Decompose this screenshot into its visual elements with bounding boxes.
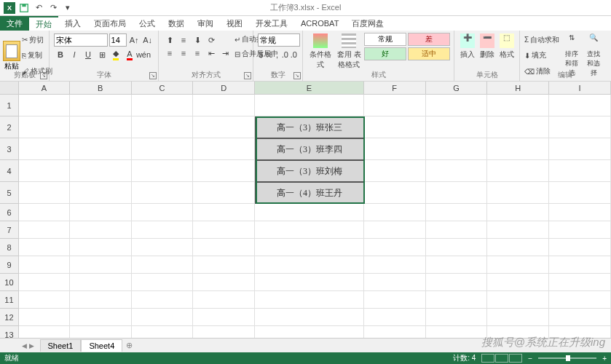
- cell-C2[interactable]: [132, 116, 194, 138]
- cell-C4[interactable]: [132, 160, 194, 182]
- style-good[interactable]: 好: [364, 47, 406, 60]
- align-left-icon[interactable]: ≡: [163, 47, 176, 60]
- cell-H8[interactable]: [487, 239, 549, 256]
- currency-icon[interactable]: $: [258, 48, 264, 61]
- cell-I4[interactable]: [549, 160, 611, 182]
- cell-H4[interactable]: [487, 160, 549, 182]
- cell-B11[interactable]: [70, 291, 132, 309]
- undo-icon[interactable]: ↶: [32, 1, 45, 15]
- cell-G11[interactable]: [426, 291, 488, 309]
- cell-A4[interactable]: [19, 160, 70, 182]
- tab-acrobat[interactable]: ACROBAT: [294, 16, 345, 31]
- cell-D4[interactable]: [193, 160, 255, 182]
- row-header-5[interactable]: 5: [0, 182, 19, 204]
- cell-G6[interactable]: [426, 204, 488, 221]
- cell-D7[interactable]: [193, 221, 255, 239]
- cell-E11[interactable]: [255, 291, 364, 309]
- percent-icon[interactable]: %: [264, 48, 273, 61]
- number-launcher[interactable]: ↘: [293, 72, 301, 79]
- cell-C1[interactable]: [132, 95, 194, 116]
- cell-I10[interactable]: [549, 274, 611, 291]
- cell-C7[interactable]: [132, 221, 194, 239]
- tab-data[interactable]: 数据: [162, 16, 191, 31]
- spreadsheet-grid[interactable]: ABCDEFGHI12高一（3）班张三3高一（3）班李四4高一（3）班刘梅5高一…: [0, 82, 611, 344]
- tab-review[interactable]: 审阅: [191, 16, 220, 31]
- cell-E9[interactable]: [255, 256, 364, 274]
- cell-F10[interactable]: [364, 274, 426, 291]
- bold-button[interactable]: B: [54, 48, 67, 61]
- row-header-9[interactable]: 9: [0, 256, 19, 274]
- cell-H9[interactable]: [487, 256, 549, 274]
- row-header-7[interactable]: 7: [0, 221, 19, 239]
- save-icon[interactable]: [17, 1, 31, 15]
- col-header-I[interactable]: I: [549, 82, 611, 95]
- cell-H6[interactable]: [487, 204, 549, 221]
- align-top-icon[interactable]: ⬆: [163, 33, 176, 47]
- cell-D2[interactable]: [193, 116, 255, 138]
- cell-C9[interactable]: [132, 256, 194, 274]
- cell-H3[interactable]: [487, 138, 549, 160]
- cell-F11[interactable]: [364, 291, 426, 309]
- row-header-2[interactable]: 2: [0, 116, 19, 138]
- tab-insert[interactable]: 插入: [58, 16, 87, 31]
- cell-B12[interactable]: [70, 309, 132, 326]
- cell-E2[interactable]: 高一（3）班张三: [255, 116, 364, 138]
- tab-file[interactable]: 文件: [0, 16, 29, 31]
- page-layout-view-icon[interactable]: [495, 354, 508, 363]
- cell-B6[interactable]: [70, 204, 132, 221]
- tab-formulas[interactable]: 公式: [133, 16, 162, 31]
- orientation-icon[interactable]: ⟳: [205, 33, 218, 47]
- cell-C6[interactable]: [132, 204, 194, 221]
- cell-A11[interactable]: [19, 291, 70, 309]
- cell-A10[interactable]: [19, 274, 70, 291]
- zoom-slider[interactable]: [538, 357, 596, 359]
- fill-button[interactable]: ⬇填充: [524, 50, 559, 61]
- cell-I11[interactable]: [549, 291, 611, 309]
- cell-H12[interactable]: [487, 309, 549, 326]
- cell-E6[interactable]: [255, 204, 364, 221]
- cell-F8[interactable]: [364, 239, 426, 256]
- cell-H11[interactable]: [487, 291, 549, 309]
- excel-app-icon[interactable]: X: [3, 1, 16, 15]
- cell-A6[interactable]: [19, 204, 70, 221]
- cell-D8[interactable]: [193, 239, 255, 256]
- tab-view[interactable]: 视图: [220, 16, 249, 31]
- cell-I7[interactable]: [549, 221, 611, 239]
- cell-A3[interactable]: [19, 138, 70, 160]
- cell-C5[interactable]: [132, 182, 194, 204]
- add-sheet-button[interactable]: ⊕: [122, 341, 135, 350]
- font-launcher[interactable]: ↘: [149, 72, 157, 79]
- cell-C10[interactable]: [132, 274, 194, 291]
- cell-B8[interactable]: [70, 239, 132, 256]
- cell-F1[interactable]: [364, 95, 426, 116]
- cell-G5[interactable]: [426, 182, 488, 204]
- cell-B4[interactable]: [70, 160, 132, 182]
- col-header-D[interactable]: D: [193, 82, 255, 95]
- cell-B1[interactable]: [70, 95, 132, 116]
- font-name-select[interactable]: 宋体: [54, 33, 108, 47]
- cell-C8[interactable]: [132, 239, 194, 256]
- cell-B3[interactable]: [70, 138, 132, 160]
- redo-icon[interactable]: ↷: [47, 1, 60, 15]
- cell-F12[interactable]: [364, 309, 426, 326]
- decrease-decimal-icon[interactable]: .0: [290, 48, 298, 61]
- cell-E4[interactable]: 高一（3）班刘梅: [255, 160, 364, 182]
- cell-E10[interactable]: [255, 274, 364, 291]
- align-center-icon[interactable]: ≡: [177, 47, 190, 60]
- row-header-6[interactable]: 6: [0, 204, 19, 221]
- cell-D5[interactable]: [193, 182, 255, 204]
- autosum-button[interactable]: Σ自动求和: [524, 34, 559, 46]
- zoom-in-button[interactable]: +: [602, 355, 607, 363]
- cell-I2[interactable]: [549, 116, 611, 138]
- cell-A5[interactable]: [19, 182, 70, 204]
- align-middle-icon[interactable]: ≡: [177, 33, 190, 47]
- cell-G8[interactable]: [426, 239, 488, 256]
- insert-cells-button[interactable]: ➕插入: [457, 32, 477, 61]
- cell-F2[interactable]: [364, 116, 426, 138]
- cell-D6[interactable]: [193, 204, 255, 221]
- sheet-tab-sheet1[interactable]: Sheet1: [40, 339, 82, 352]
- border-button[interactable]: ⊞: [95, 48, 109, 61]
- cell-I8[interactable]: [549, 239, 611, 256]
- row-header-10[interactable]: 10: [0, 274, 19, 291]
- delete-cells-button[interactable]: ➖删除: [477, 32, 497, 61]
